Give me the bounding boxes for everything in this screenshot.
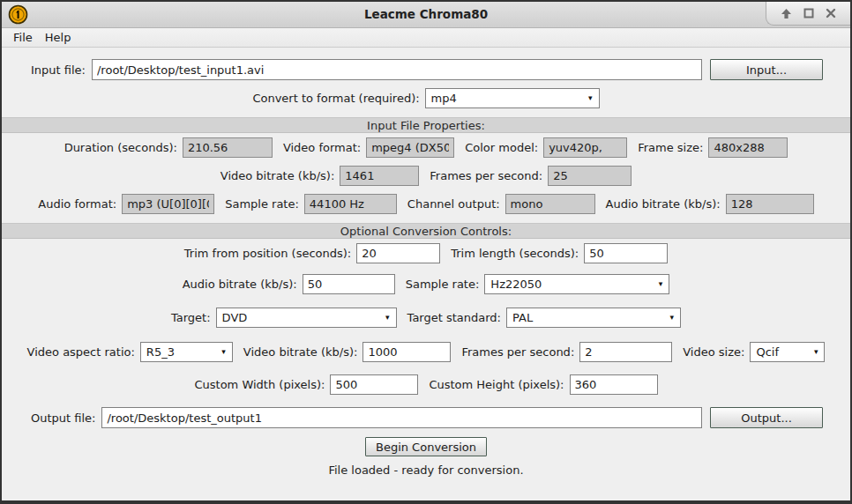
chevron-down-icon: ▾ <box>814 348 818 356</box>
custom-height-field[interactable] <box>570 374 658 395</box>
fps-label: Frames per second: <box>461 345 574 359</box>
target-dropdown[interactable]: DVD ▾ <box>216 308 397 328</box>
input-file-row: Input file: Input... <box>2 59 850 80</box>
fps-prop-label: Frames per second: <box>430 169 542 182</box>
frame-size-field <box>708 137 788 158</box>
channel-output-field <box>505 194 595 214</box>
audio-format-label: Audio format: <box>38 197 116 211</box>
target-standard-value: PAL <box>512 311 533 324</box>
audio-bitrate-prop-label: Audio bitrate (kb/s): <box>606 197 721 211</box>
titlebar[interactable]: Leacme Chroma80 <box>2 2 850 28</box>
maximize-window-button[interactable] <box>801 5 817 21</box>
close-icon <box>826 8 836 19</box>
custom-height-label: Custom Height (pixels): <box>429 378 564 391</box>
channel-output-label: Channel output: <box>407 197 500 211</box>
video-bitrate-prop-label: Video bitrate (kb/s): <box>220 169 335 182</box>
fps-prop-field <box>548 166 632 186</box>
duration-field <box>183 137 273 158</box>
target-standard-label: Target standard: <box>407 311 501 324</box>
input-file-field[interactable] <box>92 59 702 80</box>
target-value: DVD <box>222 311 248 324</box>
sample-rate-label: Sample rate: <box>406 278 480 291</box>
chevron-down-icon: ▾ <box>221 348 226 356</box>
aspect-ratio-value: R5_3 <box>146 345 175 359</box>
trim-length-field[interactable] <box>584 243 668 263</box>
sample-rate-prop-label: Sample rate: <box>225 197 299 211</box>
output-file-row: Output file: Output... <box>2 407 850 428</box>
video-size-value: Qcif <box>756 345 779 359</box>
custom-width-label: Custom Width (pixels): <box>194 378 325 391</box>
chevron-down-icon: ▾ <box>659 280 663 288</box>
shade-window-button[interactable] <box>778 5 794 21</box>
begin-row: Begin Conversion <box>2 437 850 456</box>
format-value: mp4 <box>431 92 457 105</box>
app-window: Leacme Chroma80 File Help <box>0 0 852 504</box>
status-text: File loaded - ready for conversion. <box>2 463 850 477</box>
audio-bitrate-field[interactable] <box>303 274 395 294</box>
window-title: Leacme Chroma80 <box>2 7 850 21</box>
video-format-field <box>366 137 454 158</box>
fps-field[interactable] <box>579 342 672 362</box>
video-bitrate-label: Video bitrate (kb/s): <box>243 345 358 359</box>
format-dropdown[interactable]: mp4 ▾ <box>425 88 600 108</box>
close-window-button[interactable] <box>823 5 839 21</box>
audio-bitrate-prop-field <box>726 194 814 214</box>
chevron-down-icon: ▾ <box>669 314 674 322</box>
custom-width-field[interactable] <box>330 374 418 395</box>
aspect-ratio-label: Video aspect ratio: <box>27 345 135 359</box>
sample-rate-prop-field <box>304 194 397 214</box>
trim-length-label: Trim length (seconds): <box>451 247 579 260</box>
menu-help[interactable]: Help <box>39 29 78 46</box>
properties-row-1: Duration (seconds): Video format: Color … <box>2 137 850 158</box>
video-format-label: Video format: <box>283 141 361 154</box>
output-file-label: Output file: <box>31 411 95 425</box>
target-standard-dropdown[interactable]: PAL ▾ <box>506 308 681 328</box>
window-controls <box>766 2 850 26</box>
conversion-header-text: Optional Conversion Controls: <box>340 225 512 238</box>
properties-row-2: Video bitrate (kb/s): Frames per second: <box>2 166 850 186</box>
properties-header-text: Input File Properties: <box>367 119 485 132</box>
conversion-section-header: Optional Conversion Controls: <box>2 223 850 239</box>
menubar: File Help <box>2 28 850 48</box>
maximize-icon <box>803 8 814 19</box>
output-file-field[interactable] <box>101 407 702 428</box>
properties-section-header: Input File Properties: <box>2 117 850 133</box>
format-label: Convert to format (required): <box>252 92 419 105</box>
color-model-field <box>543 137 627 158</box>
video-bitrate-field[interactable] <box>362 342 451 362</box>
chevron-down-icon: ▾ <box>588 94 593 102</box>
input-file-label: Input file: <box>31 63 86 77</box>
trim-from-label: Trim from position (seconds): <box>184 247 351 260</box>
color-model-label: Color model: <box>465 141 538 154</box>
target-row: Target: DVD ▾ Target standard: PAL ▾ <box>2 308 850 328</box>
input-browse-button[interactable]: Input... <box>710 59 823 80</box>
trim-from-field[interactable] <box>356 243 440 263</box>
frame-size-label: Frame size: <box>638 141 703 154</box>
duration-label: Duration (seconds): <box>64 141 177 154</box>
audio-format-field <box>122 194 214 214</box>
arrow-up-icon <box>781 8 792 19</box>
trim-row: Trim from position (seconds): Trim lengt… <box>2 243 850 263</box>
main-content: Input file: Input... Convert to format (… <box>2 48 850 477</box>
begin-conversion-button[interactable]: Begin Conversion <box>365 437 487 456</box>
video-size-dropdown[interactable]: Qcif ▾ <box>750 342 825 362</box>
target-label: Target: <box>171 311 211 324</box>
video-settings-row: Video aspect ratio: R5_3 ▾ Video bitrate… <box>2 342 850 362</box>
format-row: Convert to format (required): mp4 ▾ <box>2 88 850 108</box>
audio-settings-row: Audio bitrate (kb/s): Sample rate: Hz220… <box>2 274 850 294</box>
output-browse-button[interactable]: Output... <box>710 407 823 428</box>
sample-rate-value: Hz22050 <box>490 278 542 291</box>
video-bitrate-prop-field <box>340 166 419 186</box>
custom-size-row: Custom Width (pixels): Custom Height (pi… <box>2 374 850 395</box>
menu-file[interactable]: File <box>7 29 39 46</box>
properties-row-3: Audio format: Sample rate: Channel outpu… <box>2 194 850 214</box>
audio-bitrate-label: Audio bitrate (kb/s): <box>183 278 297 291</box>
sample-rate-dropdown[interactable]: Hz22050 ▾ <box>484 274 669 294</box>
chevron-down-icon: ▾ <box>385 314 390 322</box>
video-size-label: Video size: <box>683 345 744 359</box>
aspect-ratio-dropdown[interactable]: R5_3 ▾ <box>140 342 233 362</box>
